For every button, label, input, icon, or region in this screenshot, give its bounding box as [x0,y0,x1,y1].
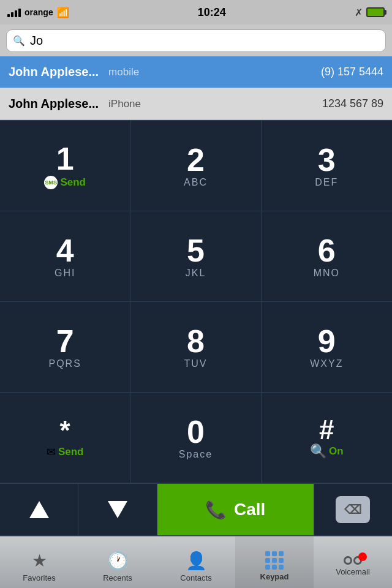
mail-icon: ✉ [47,445,56,459]
status-bar: orange 📶 10:24 ✗ [0,0,392,24]
carrier-label: orange [24,7,53,17]
sms-icon: SMS [44,176,58,189]
key-1[interactable]: 1 SMS Send [0,121,130,211]
search-bar: 🔍 [0,24,392,56]
autocomplete-item-1[interactable]: John Applese... iPhone 1234 567 89 [0,88,392,120]
autocomplete-type-1: iPhone [108,98,141,110]
tab-recents[interactable]: 🕐 Recents [78,537,157,588]
arrow-up-icon [29,501,49,518]
scroll-down-button[interactable] [78,484,157,535]
tab-keypad-label: Keypad [260,572,289,581]
call-button[interactable]: 📞 Call [157,484,314,535]
key-7[interactable]: 7 PQRS [0,302,130,393]
action-bar: 📞 Call ⌫ [0,483,392,536]
search-input[interactable] [30,34,379,48]
tab-favorites-label: Favorites [23,573,55,582]
keypad-grid: 1 SMS Send 2 ABC 3 DEF 4 GHI 5 JKL 6 MNO… [0,120,392,483]
tab-voicemail-label: Voicemail [336,567,370,576]
keypad-icon [265,551,284,570]
key-2[interactable]: 2 ABC [130,121,261,211]
favorites-icon: ★ [32,551,47,571]
delete-button[interactable]: ⌫ [314,484,392,535]
search-icon: 🔍 [13,35,25,47]
autocomplete-name-1: John Applese... [9,97,99,111]
clock: 10:24 [198,6,226,19]
autocomplete-list: John Applese... mobile (9) 157 5444 John… [0,56,392,120]
tab-favorites[interactable]: ★ Favorites [0,537,78,588]
recents-icon: 🕐 [107,551,129,571]
tab-contacts-label: Contacts [180,573,211,582]
tab-keypad[interactable]: Keypad [235,537,314,588]
key-0[interactable]: 0 Space [130,393,261,483]
scroll-up-button[interactable] [0,484,78,535]
contacts-icon: 👤 [186,551,207,571]
arrow-down-icon [108,501,127,518]
autocomplete-number-0: (9) 157 5444 [321,66,383,78]
key-star[interactable]: * ✉ Send [0,393,130,483]
key-8[interactable]: 8 TUV [130,302,261,393]
tab-contacts[interactable]: 👤 Contacts [157,537,235,588]
tab-bar: ★ Favorites 🕐 Recents 👤 Contacts Keypad … [0,536,392,588]
battery-icon [366,7,385,17]
autocomplete-type-0: mobile [108,66,139,78]
signal-icon [7,7,21,17]
autocomplete-number-1: 1234 567 89 [322,97,383,110]
autocomplete-name-0: John Applese... [9,65,99,79]
phone-icon: 📞 [205,500,227,520]
call-label: Call [234,500,265,519]
tab-voicemail[interactable]: Voicemail [314,537,392,588]
bluetooth-icon: ✗ [355,7,363,18]
voicemail-icon [344,556,362,565]
key-3[interactable]: 3 DEF [262,121,392,211]
tab-recents-label: Recents [103,573,132,582]
key-9[interactable]: 9 WXYZ [262,302,392,393]
autocomplete-item-0[interactable]: John Applese... mobile (9) 157 5444 [0,56,392,88]
delete-icon: ⌫ [344,502,361,517]
key-hash[interactable]: # 🔍 On [262,393,392,483]
key-5[interactable]: 5 JKL [130,211,261,302]
voicemail-badge [358,552,367,561]
search-on-icon: 🔍 [310,443,326,459]
key-4[interactable]: 4 GHI [0,211,130,302]
wifi-icon: 📶 [57,7,69,18]
key-6[interactable]: 6 MNO [262,211,392,302]
